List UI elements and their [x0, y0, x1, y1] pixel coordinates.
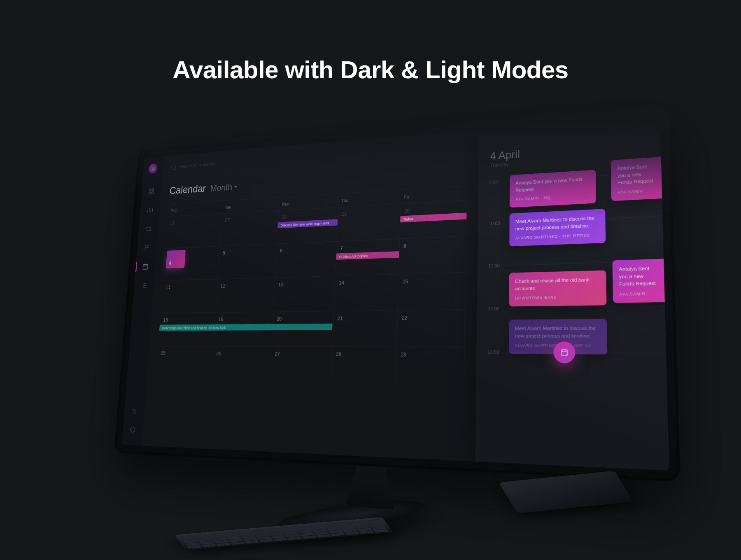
settings-icon[interactable]	[131, 408, 138, 415]
agenda-card-title: Check and revise all the old bank accoun…	[515, 276, 600, 292]
date-cell[interactable]: 13	[273, 276, 336, 312]
time-label: 13:00	[487, 350, 499, 355]
agenda-card-meta: AYA SAMIR · HQ	[515, 193, 590, 202]
date-cell[interactable]: 12	[216, 278, 275, 313]
date-cell[interactable]: 30 Relea	[400, 201, 467, 239]
time-label: 11:00	[488, 263, 500, 268]
date-number: 18	[163, 317, 168, 323]
date-cell[interactable]: 25	[156, 346, 213, 380]
date-cell[interactable]: 22	[397, 310, 465, 347]
calendar-pane: Search for a number... Calendar Month Mo…	[142, 130, 479, 462]
agenda-card-title: Antalya Sent you a new Funds Request	[515, 175, 590, 194]
date-cell[interactable]: 15	[398, 273, 466, 310]
event-pill[interactable]: Relea	[400, 213, 466, 223]
agenda-card-title: Antalya Sent you a new Funds Request	[619, 264, 657, 288]
date-cell[interactable]: 7 Publish Ad Copies	[336, 239, 400, 275]
prev-day-button[interactable]: ‹	[630, 124, 638, 133]
date-row: 25 26 27 28 29	[156, 346, 465, 385]
agenda-card[interactable]: Antalya Sent you a new Funds Request AYA…	[510, 170, 596, 208]
search-icon	[171, 164, 176, 170]
agenda-card-meta: ALVARO MARTINEZ · THE OFFICE	[515, 232, 599, 241]
event-pill[interactable]: Discuss the new work regiments	[277, 219, 338, 228]
analytics-icon[interactable]	[147, 206, 153, 214]
search-placeholder: Search for a number...	[179, 161, 220, 169]
svg-rect-2	[149, 192, 151, 194]
date-number: 28	[282, 214, 287, 220]
trackpad-mockup	[499, 471, 633, 513]
date-number: 7	[340, 245, 343, 252]
time-label: 9:00	[489, 179, 498, 184]
date-cell[interactable]: 11	[161, 279, 218, 313]
agenda-card[interactable]: Check and revise all the old bank accoun…	[509, 270, 607, 306]
svg-rect-3	[151, 192, 154, 194]
agenda-card-meta: DOWNTOWN BANK	[515, 294, 600, 301]
add-event-button[interactable]	[554, 342, 576, 364]
flag-icon[interactable]	[144, 244, 151, 251]
agenda-card-title: Antalya Sent you a new Funds Request	[617, 163, 655, 187]
svg-rect-1	[152, 189, 154, 191]
date-cell[interactable]: 28	[331, 347, 397, 383]
date-cell[interactable]: 5	[218, 244, 277, 279]
wallet-icon[interactable]	[145, 225, 151, 232]
time-label: 10:00	[489, 221, 500, 226]
date-cell[interactable]: 6	[275, 242, 337, 278]
svg-rect-5	[143, 264, 148, 269]
agenda-card[interactable]: Antalya Sent you a new Funds Request AYA…	[612, 259, 664, 303]
dashboard-icon[interactable]	[148, 188, 154, 195]
date-row: 18 Rearrange the office and finalize the…	[158, 309, 465, 347]
date-cell-today[interactable]: 4	[163, 246, 220, 280]
date-cell[interactable]: 18 Rearrange the office and finalize the…	[158, 313, 215, 346]
agenda-nav-back-icon[interactable]: →	[490, 136, 496, 143]
agenda-card-title: Meet Alvaro Martinez to discuss the new …	[515, 214, 599, 232]
next-day-button[interactable]: ›	[642, 124, 650, 132]
calendar-view-selector[interactable]: Month	[210, 182, 238, 194]
monitor-mockup: Search for a number... Calendar Month Mo…	[114, 105, 680, 482]
calendar-icon[interactable]	[142, 263, 149, 270]
agenda-card[interactable]: Antalya Sent you a new Funds Request AYA…	[611, 157, 662, 201]
date-cell[interactable]: 19	[213, 312, 273, 346]
date-number: 30	[404, 208, 410, 214]
date-cell[interactable]: 27	[220, 211, 279, 246]
date-cell[interactable]: 26	[211, 347, 271, 382]
hero-title: Available with Dark & Light Modes	[0, 56, 741, 84]
event-pill[interactable]: Publish Ad Copies	[336, 251, 399, 260]
agenda-card-title: Meet Alvaro Martinez to discuss the new …	[515, 324, 601, 340]
date-cell[interactable]: 20	[272, 311, 334, 346]
agenda-card[interactable]: Meet Alvaro Martinez to discuss the new …	[509, 209, 606, 247]
time-label: 12:00	[488, 306, 499, 311]
date-cell[interactable]: 8	[399, 236, 466, 274]
date-cell[interactable]: 28 Discuss the new work regiments	[277, 208, 338, 244]
agenda-card-meta: AYA SAMIR	[619, 291, 658, 297]
svg-rect-0	[149, 189, 151, 191]
calendar-title: Calendar	[169, 182, 206, 196]
agenda-timeline: 9:00 10:00 11:00 12:00 13:00 Antalya Sen…	[487, 166, 658, 470]
date-cell[interactable]: 29	[396, 347, 465, 385]
date-cell[interactable]: 14	[334, 275, 399, 311]
today-highlight: 4	[166, 250, 186, 268]
agenda-pane: → ‹ › 4 April Tuesday 9:00 10:00	[475, 115, 669, 471]
list-icon[interactable]	[140, 282, 147, 289]
date-cell[interactable]: 21	[333, 310, 398, 347]
power-icon[interactable]	[129, 425, 136, 434]
date-cell[interactable]: 29	[337, 204, 401, 241]
svg-rect-6	[561, 350, 567, 355]
date-cell[interactable]: 26	[165, 214, 222, 248]
app-logo[interactable]	[148, 163, 158, 174]
date-cell[interactable]: 27	[270, 347, 333, 383]
agenda-card-meta: AYA SAMIR	[618, 188, 655, 196]
